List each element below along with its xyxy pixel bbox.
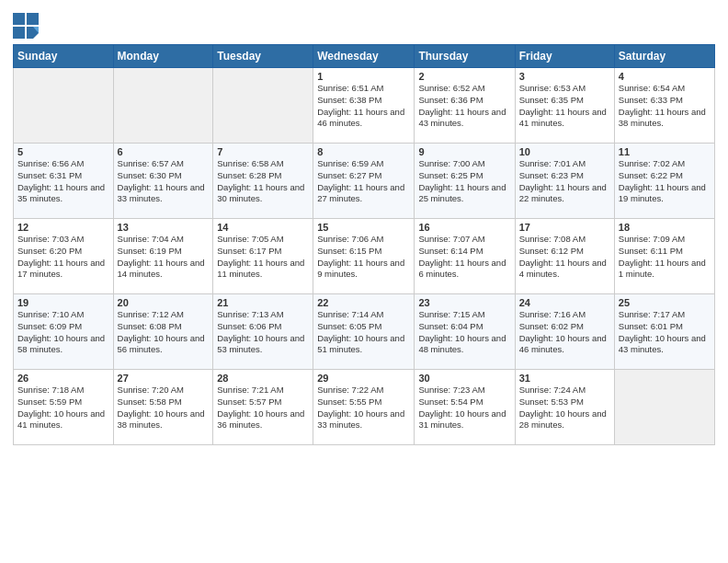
day-number: 25	[619, 297, 711, 308]
day-info: Sunset: 6:11 PM	[619, 246, 711, 258]
day-number: 21	[217, 297, 309, 308]
day-info: Sunset: 5:57 PM	[217, 396, 309, 408]
day-info: Sunrise: 7:00 AM	[418, 158, 510, 170]
day-info: Sunset: 6:06 PM	[217, 321, 309, 333]
calendar-week-1: 1Sunrise: 6:51 AMSunset: 6:38 PMDaylight…	[14, 68, 715, 144]
weekday-header-thursday: Thursday	[415, 45, 515, 68]
day-info: Sunrise: 7:03 AM	[17, 234, 109, 246]
calendar-cell: 18Sunrise: 7:09 AMSunset: 6:11 PMDayligh…	[614, 219, 714, 294]
calendar-cell: 8Sunrise: 6:59 AMSunset: 6:27 PMDaylight…	[313, 144, 415, 219]
day-info: Sunrise: 7:01 AM	[519, 158, 610, 170]
calendar-cell: 9Sunrise: 7:00 AMSunset: 6:25 PMDaylight…	[415, 144, 515, 219]
day-info: Sunset: 6:35 PM	[519, 95, 610, 107]
calendar-cell: 26Sunrise: 7:18 AMSunset: 5:59 PMDayligh…	[14, 370, 114, 445]
calendar-cell	[614, 370, 714, 445]
weekday-header-sunday: Sunday	[14, 45, 114, 68]
day-info: Daylight: 10 hours and 51 minutes.	[317, 333, 410, 357]
calendar-cell: 3Sunrise: 6:53 AMSunset: 6:35 PMDaylight…	[515, 68, 614, 144]
day-info: Daylight: 11 hours and 1 minute.	[619, 258, 711, 282]
day-number: 27	[118, 373, 210, 384]
calendar-cell: 16Sunrise: 7:07 AMSunset: 6:14 PMDayligh…	[415, 219, 515, 294]
calendar-cell: 21Sunrise: 7:13 AMSunset: 6:06 PMDayligh…	[213, 294, 313, 370]
day-info: Sunrise: 7:23 AM	[418, 385, 510, 396]
day-info: Sunrise: 7:08 AM	[519, 234, 610, 246]
day-info: Sunrise: 7:09 AM	[619, 234, 711, 246]
calendar-cell: 7Sunrise: 6:58 AMSunset: 6:28 PMDaylight…	[213, 144, 313, 219]
day-info: Sunset: 6:15 PM	[317, 246, 410, 258]
day-info: Sunset: 6:27 PM	[317, 170, 410, 182]
calendar-cell: 30Sunrise: 7:23 AMSunset: 5:54 PMDayligh…	[415, 370, 515, 445]
day-info: Daylight: 11 hours and 6 minutes.	[418, 258, 510, 282]
day-info: Sunrise: 7:10 AM	[17, 309, 109, 321]
svg-rect-2	[13, 27, 25, 39]
day-info: Sunrise: 7:02 AM	[619, 158, 711, 170]
calendar-week-3: 12Sunrise: 7:03 AMSunset: 6:20 PMDayligh…	[14, 219, 715, 294]
day-number: 30	[418, 373, 510, 384]
day-number: 13	[118, 222, 210, 233]
calendar-week-4: 19Sunrise: 7:10 AMSunset: 6:09 PMDayligh…	[14, 294, 715, 370]
day-info: Sunset: 6:20 PM	[17, 246, 109, 258]
day-info: Sunrise: 6:53 AM	[519, 83, 610, 95]
day-info: Sunrise: 6:52 AM	[418, 83, 510, 95]
day-info: Daylight: 10 hours and 41 minutes.	[17, 408, 109, 432]
day-number: 10	[519, 146, 610, 157]
day-info: Daylight: 11 hours and 17 minutes.	[17, 258, 109, 282]
day-info: Sunset: 6:04 PM	[418, 321, 510, 333]
day-info: Sunset: 6:12 PM	[519, 246, 610, 258]
calendar-cell: 5Sunrise: 6:56 AMSunset: 6:31 PMDaylight…	[14, 144, 114, 219]
calendar-cell: 28Sunrise: 7:21 AMSunset: 5:57 PMDayligh…	[213, 370, 313, 445]
day-info: Daylight: 10 hours and 36 minutes.	[217, 408, 309, 432]
day-info: Daylight: 10 hours and 31 minutes.	[418, 408, 510, 432]
day-info: Daylight: 11 hours and 30 minutes.	[217, 182, 309, 206]
day-info: Daylight: 11 hours and 33 minutes.	[118, 182, 210, 206]
day-number: 26	[17, 373, 109, 384]
weekday-header-wednesday: Wednesday	[313, 45, 415, 68]
day-info: Sunset: 5:55 PM	[317, 396, 410, 408]
day-info: Daylight: 11 hours and 27 minutes.	[317, 182, 410, 206]
logo	[13, 13, 42, 39]
day-number: 11	[619, 146, 711, 157]
day-info: Sunset: 6:14 PM	[418, 246, 510, 258]
day-info: Sunset: 5:58 PM	[118, 396, 210, 408]
day-number: 29	[317, 373, 410, 384]
weekday-header-row: SundayMondayTuesdayWednesdayThursdayFrid…	[14, 45, 715, 68]
day-info: Sunset: 6:01 PM	[619, 321, 711, 333]
day-info: Daylight: 11 hours and 9 minutes.	[317, 258, 410, 282]
calendar-table: SundayMondayTuesdayWednesdayThursdayFrid…	[13, 44, 715, 445]
day-info: Sunset: 6:22 PM	[619, 170, 711, 182]
day-info: Sunrise: 7:24 AM	[519, 385, 610, 396]
day-info: Daylight: 10 hours and 28 minutes.	[519, 408, 610, 432]
day-info: Daylight: 10 hours and 53 minutes.	[217, 333, 309, 357]
day-info: Daylight: 11 hours and 43 minutes.	[418, 107, 510, 131]
page-container: SundayMondayTuesdayWednesdayThursdayFrid…	[0, 0, 728, 453]
day-info: Sunrise: 7:04 AM	[118, 234, 210, 246]
calendar-cell: 10Sunrise: 7:01 AMSunset: 6:23 PMDayligh…	[515, 144, 614, 219]
day-info: Sunset: 6:23 PM	[519, 170, 610, 182]
weekday-header-saturday: Saturday	[614, 45, 714, 68]
day-number: 19	[17, 297, 109, 308]
day-number: 7	[217, 146, 309, 157]
day-info: Sunrise: 6:57 AM	[118, 158, 210, 170]
calendar-cell: 4Sunrise: 6:54 AMSunset: 6:33 PMDaylight…	[614, 68, 714, 144]
day-info: Daylight: 10 hours and 56 minutes.	[118, 333, 210, 357]
day-number: 22	[317, 297, 410, 308]
day-info: Daylight: 10 hours and 33 minutes.	[317, 408, 410, 432]
day-info: Daylight: 11 hours and 46 minutes.	[317, 107, 410, 131]
day-info: Daylight: 11 hours and 41 minutes.	[519, 107, 610, 131]
day-info: Sunset: 5:59 PM	[17, 396, 109, 408]
day-number: 17	[519, 222, 610, 233]
calendar-cell: 19Sunrise: 7:10 AMSunset: 6:09 PMDayligh…	[14, 294, 114, 370]
calendar-cell	[113, 68, 213, 144]
calendar-cell: 12Sunrise: 7:03 AMSunset: 6:20 PMDayligh…	[14, 219, 114, 294]
day-info: Daylight: 10 hours and 58 minutes.	[17, 333, 109, 357]
svg-rect-1	[27, 13, 39, 25]
day-number: 6	[118, 146, 210, 157]
day-info: Sunrise: 7:16 AM	[519, 309, 610, 321]
day-info: Sunset: 5:53 PM	[519, 396, 610, 408]
calendar-cell: 20Sunrise: 7:12 AMSunset: 6:08 PMDayligh…	[113, 294, 213, 370]
day-info: Sunrise: 7:21 AM	[217, 385, 309, 396]
day-info: Sunset: 6:25 PM	[418, 170, 510, 182]
day-number: 28	[217, 373, 309, 384]
calendar-week-2: 5Sunrise: 6:56 AMSunset: 6:31 PMDaylight…	[14, 144, 715, 219]
day-info: Sunrise: 7:22 AM	[317, 385, 410, 396]
